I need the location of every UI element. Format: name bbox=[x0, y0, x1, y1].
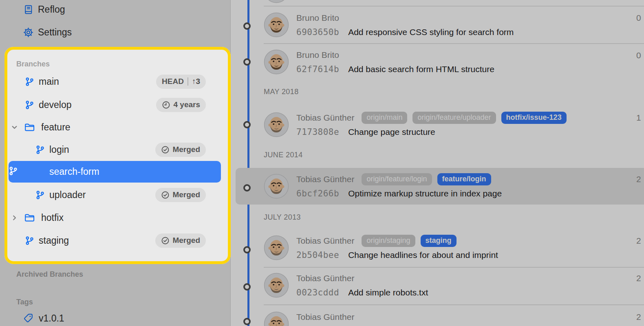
sidebar-item-settings[interactable]: Settings bbox=[0, 21, 231, 44]
reflog-book-icon bbox=[23, 4, 33, 15]
commit-message: Change headlines for about and imprint bbox=[348, 250, 498, 260]
archived-branches-section-label: Archived Branches bbox=[16, 270, 83, 280]
avatar bbox=[264, 112, 289, 137]
commit-node[interactable] bbox=[243, 318, 251, 325]
commit-meta: 2 bbox=[636, 312, 644, 322]
sidebar-tag-v101[interactable]: v1.0.1 bbox=[0, 307, 231, 326]
date-header: JULY 2013 bbox=[264, 213, 301, 222]
avatar bbox=[264, 49, 289, 75]
commit-meta: 0 bbox=[636, 13, 644, 23]
commit-meta: 1 bbox=[636, 113, 644, 123]
branch-name: main bbox=[39, 76, 59, 87]
commit-message: Change page structure bbox=[348, 127, 435, 137]
commit-author: Tobias Günther bbox=[296, 273, 354, 283]
chevron-down-icon[interactable] bbox=[11, 124, 18, 131]
commit-hash: 6903650b bbox=[296, 27, 339, 37]
date-header: MAY 2018 bbox=[264, 88, 299, 97]
sidebar-branch-main[interactable]: main HEAD ↑3 bbox=[0, 70, 231, 93]
merged-badge: Merged bbox=[155, 143, 206, 157]
branch-icon bbox=[25, 100, 34, 110]
commit-node[interactable] bbox=[243, 283, 251, 291]
sidebar-folder-feature[interactable]: feature bbox=[0, 116, 231, 139]
branch-name: develop bbox=[39, 99, 72, 110]
chevron-right-icon[interactable] bbox=[11, 214, 18, 221]
avatar bbox=[264, 235, 289, 260]
remote-branch-badge[interactable]: origin/staging bbox=[362, 235, 415, 247]
commit-meta: 2 bbox=[636, 174, 644, 184]
row-divider bbox=[264, 43, 644, 44]
check-circle-icon bbox=[161, 191, 170, 199]
sidebar-folder-hotfix[interactable]: hotfix bbox=[0, 206, 231, 229]
commit-author: Bruno Brito bbox=[296, 50, 339, 60]
avatar bbox=[264, 0, 289, 3]
folder-icon bbox=[24, 212, 35, 223]
commit-row[interactable]: Tobias Günther origin/staging staging 2b… bbox=[264, 233, 644, 262]
local-branch-badge[interactable]: staging bbox=[421, 235, 457, 247]
commit-author: Bruno Brito bbox=[296, 13, 339, 23]
badge-divider bbox=[187, 77, 188, 86]
branch-name: uploader bbox=[49, 189, 86, 200]
age-badge: 4 years bbox=[156, 98, 206, 112]
commit-node[interactable] bbox=[243, 184, 251, 192]
sidebar-item-label: Settings bbox=[38, 27, 72, 38]
branch-icon bbox=[25, 77, 34, 86]
merged-label: Merged bbox=[172, 145, 200, 154]
commit-author: Tobias Günther bbox=[296, 236, 354, 246]
remote-branch-badge[interactable]: origin/feature/uploader bbox=[412, 112, 496, 124]
commit-message: Optimize markup structure in index page bbox=[348, 189, 502, 198]
commit-hash: 6bcf266b bbox=[296, 189, 339, 198]
commit-node[interactable] bbox=[243, 246, 251, 253]
commit-message: Add basic search form HTML structure bbox=[348, 64, 494, 74]
commit-author: Tobias Günther bbox=[296, 113, 354, 123]
commit-row[interactable]: Tobias Günther bbox=[264, 310, 644, 326]
commit-node[interactable] bbox=[243, 58, 251, 66]
folder-name: feature bbox=[41, 122, 71, 133]
sidebar-branch-login[interactable]: login Merged bbox=[0, 138, 231, 161]
commit-hash: 62f7614b bbox=[296, 64, 339, 74]
commit-row-selected[interactable]: Tobias Günther origin/feature/login feat… bbox=[264, 172, 644, 200]
remote-branch-badge[interactable]: origin/main bbox=[362, 112, 407, 124]
sidebar-branch-uploader[interactable]: uploader Merged bbox=[0, 183, 231, 206]
commit-meta: 2 bbox=[636, 273, 644, 283]
commit-meta: 2 bbox=[636, 236, 644, 246]
branch-icon bbox=[35, 190, 45, 200]
folder-icon bbox=[24, 122, 35, 133]
branch-icon bbox=[35, 145, 45, 154]
commit-history-panel: MAY 2018 JUNE 2014 JULY 2013 Bruno Brito… bbox=[231, 0, 644, 326]
avatar bbox=[264, 12, 289, 37]
merged-badge: Merged bbox=[155, 233, 206, 248]
commit-message: Add responsive CSS styling for search fo… bbox=[348, 27, 514, 37]
sidebar-branch-search-form-selected[interactable]: search-form bbox=[9, 161, 221, 183]
branches-section-label: Branches bbox=[16, 60, 50, 70]
sidebar-item-reflog[interactable]: Reflog bbox=[0, 0, 231, 21]
commit-hash: 7173808e bbox=[296, 127, 339, 137]
local-branch-badge[interactable]: hotfix/issue-123 bbox=[501, 112, 567, 124]
head-label: HEAD bbox=[162, 77, 184, 86]
remote-branch-badge[interactable]: origin/feature/login bbox=[362, 173, 432, 185]
commit-row[interactable]: Bruno Brito 62f7614b Add basic search fo… bbox=[264, 48, 644, 76]
sidebar: Reflog Settings Branches main HEAD ↑3 de… bbox=[0, 0, 231, 326]
local-branch-badge[interactable]: feature/login bbox=[437, 173, 491, 185]
folder-name: hotfix bbox=[41, 212, 64, 223]
commit-node[interactable] bbox=[243, 22, 251, 30]
row-divider bbox=[264, 267, 644, 268]
commit-meta: 0 bbox=[636, 51, 644, 60]
avatar bbox=[264, 273, 289, 298]
commit-row[interactable]: Tobias Günther origin/main origin/featur… bbox=[264, 110, 644, 139]
head-badge: HEAD ↑3 bbox=[156, 75, 206, 89]
commit-author: Tobias Günther bbox=[296, 174, 354, 184]
sidebar-branch-staging[interactable]: staging Merged bbox=[0, 229, 231, 252]
commit-message: Add simple robots.txt bbox=[348, 288, 428, 297]
commit-row[interactable]: Tobias Günther 0023cddd Add simple robot… bbox=[264, 271, 644, 300]
clock-icon bbox=[162, 101, 170, 109]
row-divider bbox=[264, 6, 644, 7]
date-header: JUNE 2014 bbox=[264, 151, 303, 160]
check-circle-icon bbox=[161, 236, 170, 245]
commit-author: Tobias Günther bbox=[296, 312, 354, 322]
commit-row[interactable]: Bruno Brito 6903650b Add responsive CSS … bbox=[264, 11, 644, 39]
sidebar-branch-develop[interactable]: develop 4 years bbox=[0, 93, 231, 116]
commit-node[interactable] bbox=[243, 121, 251, 128]
git-client-window: Reflog Settings Branches main HEAD ↑3 de… bbox=[0, 0, 644, 326]
merged-badge: Merged bbox=[155, 188, 206, 202]
branch-icon bbox=[9, 166, 18, 177]
